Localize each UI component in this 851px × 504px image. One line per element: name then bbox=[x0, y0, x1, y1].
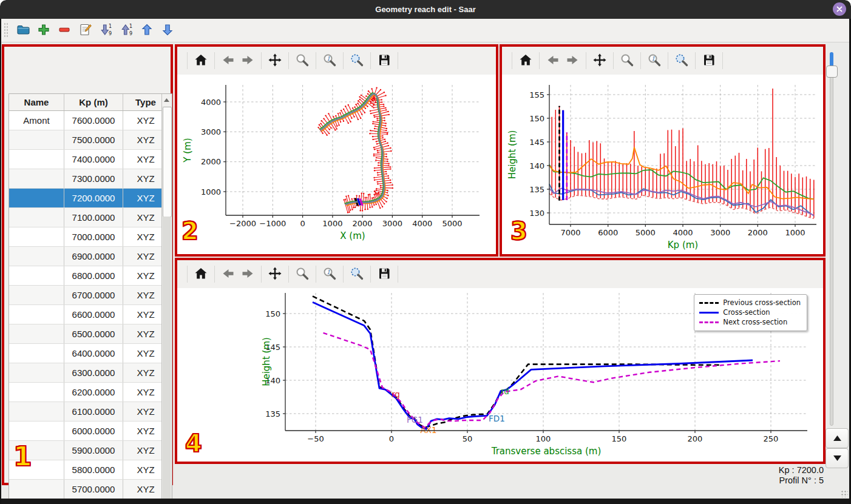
plan-save-button[interactable] bbox=[375, 51, 394, 70]
panel-annotation-2: 2 bbox=[181, 219, 198, 243]
remove-icon bbox=[57, 22, 72, 37]
svg-text:1: 1 bbox=[651, 55, 655, 62]
legend-label-current: Cross-section bbox=[723, 308, 770, 317]
plan-plot-canvas[interactable]: −2000−1000010002000300040005000100020003… bbox=[177, 75, 496, 254]
folder-icon bbox=[16, 22, 30, 37]
resize-grip[interactable] bbox=[841, 490, 848, 497]
svg-text:Transverse abscissa (m): Transverse abscissa (m) bbox=[491, 446, 602, 457]
svg-text:X (m): X (m) bbox=[340, 230, 365, 241]
scrollbar-track[interactable] bbox=[163, 217, 171, 504]
remove-profile-button[interactable] bbox=[56, 21, 74, 39]
column-header-kpm[interactable]: Kp (m) bbox=[64, 94, 123, 111]
profile-slider[interactable] bbox=[830, 52, 833, 426]
legend-sample-previous bbox=[699, 302, 719, 304]
table-row[interactable]: 5900.0000XYZ bbox=[9, 441, 169, 460]
sort-descending-button[interactable]: 19 bbox=[97, 21, 115, 39]
profile-slider-handle[interactable] bbox=[826, 66, 838, 78]
annotation-FG1: FG1 bbox=[407, 415, 423, 425]
forward-icon bbox=[565, 53, 580, 67]
cross-save-button[interactable] bbox=[375, 264, 394, 284]
plan-pan-button[interactable] bbox=[265, 51, 285, 70]
sort-ascending-button[interactable]: 19 bbox=[118, 21, 136, 39]
move-up-button[interactable] bbox=[138, 21, 157, 39]
app-window: Geometry reach edit - Saar 1919 NameKp (… bbox=[0, 0, 851, 504]
edit-profile-button[interactable] bbox=[76, 21, 95, 39]
table-row[interactable]: 6800.0000XYZ bbox=[9, 266, 169, 286]
plan-zoom-button[interactable] bbox=[293, 51, 312, 70]
long-forward-button[interactable] bbox=[563, 51, 582, 70]
table-row[interactable]: 5700.0000XYZ bbox=[9, 480, 169, 499]
table-row[interactable]: 6600.0000XYZ bbox=[9, 305, 169, 324]
table-row[interactable]: 7200.0000XYZ bbox=[9, 189, 169, 208]
legend-sample-current bbox=[699, 312, 719, 314]
annotation-AX1: AX1 bbox=[421, 425, 437, 435]
table-row[interactable]: 6000.0000XYZ bbox=[9, 422, 169, 441]
table-row[interactable]: 6700.0000XYZ bbox=[9, 286, 169, 305]
cross-section-plot-canvas[interactable]: rgFG1AX1FD1rd−50050100150200250135140145… bbox=[177, 288, 823, 462]
column-header-name[interactable]: Name bbox=[9, 94, 64, 111]
table-row[interactable]: 6300.0000XYZ bbox=[9, 363, 169, 383]
table-row[interactable]: 7400.0000XYZ bbox=[9, 150, 169, 169]
plan-back-button[interactable] bbox=[219, 51, 238, 70]
cross-home-button[interactable] bbox=[191, 264, 211, 284]
previous-profile-button[interactable] bbox=[826, 428, 849, 448]
table-row[interactable]: 6200.0000XYZ bbox=[9, 383, 169, 402]
kp-table: NameKp (m)Type Amont7600.0000XYZ 7500.00… bbox=[8, 93, 172, 504]
scrollbar-thumb[interactable] bbox=[163, 107, 172, 217]
add-profile-button[interactable] bbox=[35, 21, 53, 39]
long-zoom-initial-button[interactable]: 1 bbox=[645, 51, 664, 70]
save-icon bbox=[377, 266, 392, 281]
svg-text:1: 1 bbox=[327, 269, 330, 275]
close-icon bbox=[836, 5, 843, 13]
toolbar-drag-handle[interactable] bbox=[4, 22, 8, 38]
zoom-icon bbox=[295, 266, 310, 281]
table-row[interactable]: 7500.0000XYZ bbox=[9, 130, 169, 150]
long-zoom-rect-button[interactable] bbox=[672, 51, 691, 70]
table-row[interactable]: 7000.0000XYZ bbox=[9, 227, 169, 247]
table-row[interactable]: 5800.0000XYZ bbox=[9, 460, 169, 480]
svg-text:200: 200 bbox=[688, 434, 703, 443]
table-row[interactable]: 6400.0000XYZ bbox=[9, 344, 169, 363]
svg-text:Height (m): Height (m) bbox=[507, 130, 518, 180]
zoom-initial-icon: 1 bbox=[322, 53, 337, 67]
plan-forward-button[interactable] bbox=[238, 51, 257, 70]
plan-home-button[interactable] bbox=[191, 51, 211, 70]
cross-back-button[interactable] bbox=[219, 264, 238, 284]
table-row[interactable]: 6900.0000XYZ bbox=[9, 247, 169, 266]
long-pan-button[interactable] bbox=[590, 51, 609, 70]
titlebar[interactable]: Geometry reach edit - Saar bbox=[0, 0, 851, 19]
cross-zoom-initial-button[interactable]: 1 bbox=[320, 264, 339, 284]
longitudinal-plot-toolbar: 1 bbox=[502, 47, 823, 75]
long-save-button[interactable] bbox=[699, 51, 719, 70]
svg-text:9: 9 bbox=[129, 31, 132, 36]
table-row[interactable]: Amont7600.0000XYZ bbox=[9, 111, 169, 130]
table-scrollbar[interactable] bbox=[161, 94, 172, 504]
longitudinal-plot-canvas[interactable]: 7000600050004000300020001000130135140145… bbox=[502, 75, 823, 254]
cross-forward-button[interactable] bbox=[238, 264, 257, 284]
plan-zoom-initial-button[interactable]: 1 bbox=[320, 51, 339, 70]
table-row[interactable]: 7100.0000XYZ bbox=[9, 208, 169, 227]
close-button[interactable] bbox=[833, 2, 846, 16]
next-profile-button[interactable] bbox=[826, 448, 849, 468]
table-row[interactable]: 6100.0000XYZ bbox=[9, 402, 169, 422]
long-zoom-button[interactable] bbox=[617, 51, 637, 70]
profile-table-panel: NameKp (m)Type Amont7600.0000XYZ 7500.00… bbox=[2, 44, 173, 485]
long-back-button[interactable] bbox=[543, 51, 563, 70]
cross-zoom-button[interactable] bbox=[293, 264, 312, 284]
add-icon bbox=[36, 22, 51, 37]
cross-pan-button[interactable] bbox=[265, 264, 285, 284]
plan-zoom-rect-button[interactable] bbox=[347, 51, 367, 70]
long-home-button[interactable] bbox=[516, 51, 535, 70]
svg-text:5000: 5000 bbox=[442, 219, 462, 228]
table-row[interactable]: 6500.0000XYZ bbox=[9, 324, 169, 344]
cross-zoom-rect-button[interactable] bbox=[347, 264, 367, 284]
open-button[interactable] bbox=[15, 21, 33, 39]
pan-icon bbox=[268, 266, 282, 281]
zoom-initial-icon: 1 bbox=[647, 53, 662, 67]
panel-annotation-3: 3 bbox=[510, 219, 527, 243]
svg-text:4000: 4000 bbox=[201, 98, 221, 107]
move-down-button[interactable] bbox=[159, 21, 177, 39]
table-row[interactable]: 7300.0000XYZ bbox=[9, 169, 169, 189]
scrollbar-up-button[interactable] bbox=[162, 94, 171, 106]
svg-text:150: 150 bbox=[265, 309, 280, 318]
